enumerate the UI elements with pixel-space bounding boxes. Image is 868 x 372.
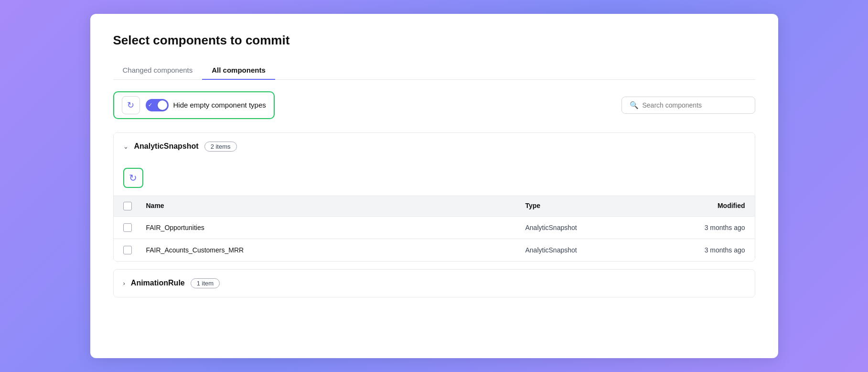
- select-all-checkbox[interactable]: [123, 202, 132, 210]
- toggle-label: Hide empty component types: [173, 101, 266, 109]
- section-animation-rule: › AnimationRule 1 item: [113, 269, 755, 297]
- section-refresh-button[interactable]: ↻: [123, 168, 143, 188]
- col-header-name: Name: [146, 202, 525, 210]
- section-badge-analytic-snapshot: 2 items: [204, 142, 237, 152]
- page-title: Select components to commit: [113, 33, 755, 48]
- search-box: 🔍: [622, 97, 755, 114]
- tab-all[interactable]: All components: [202, 61, 275, 80]
- search-input[interactable]: [643, 101, 747, 109]
- section-title-animation-rule: AnimationRule: [131, 279, 185, 287]
- toolbar: ↻ ✓ Hide empty component types 🔍: [113, 91, 755, 119]
- toggle-check-icon: ✓: [148, 102, 152, 108]
- table-row: FAIR_Opportunities AnalyticSnapshot 3 mo…: [114, 217, 755, 239]
- refresh-icon: ↻: [127, 100, 134, 110]
- chevron-down-icon: ⌄: [123, 143, 129, 150]
- col-header-type: Type: [525, 202, 650, 210]
- section-badge-animation-rule: 1 item: [191, 278, 220, 288]
- search-icon: 🔍: [630, 101, 639, 109]
- row-type-1: AnalyticSnapshot: [525, 246, 650, 254]
- row-modified-0: 3 months ago: [650, 224, 745, 231]
- hide-empty-toggle[interactable]: ✓: [146, 99, 169, 111]
- section-header-animation-rule[interactable]: › AnimationRule 1 item: [114, 270, 755, 297]
- section-refresh-icon: ↻: [129, 172, 137, 184]
- row-type-0: AnalyticSnapshot: [525, 224, 650, 231]
- tab-bar: Changed components All components: [113, 61, 755, 80]
- row-name-0: FAIR_Opportunities: [146, 224, 525, 231]
- row-checkbox-1[interactable]: [123, 246, 132, 254]
- chevron-right-icon: ›: [123, 280, 125, 287]
- toggle-knob: [158, 100, 167, 110]
- tab-changed[interactable]: Changed components: [113, 61, 203, 80]
- refresh-button[interactable]: ↻: [122, 96, 140, 114]
- section-analytic-snapshot: ⌄ AnalyticSnapshot 2 items ↻ Name Type M…: [113, 132, 755, 262]
- col-header-modified: Modified: [650, 202, 745, 210]
- row-modified-1: 3 months ago: [650, 246, 745, 254]
- row-checkbox-0[interactable]: [123, 223, 132, 232]
- row-name-1: FAIR_Acounts_Customers_MRR: [146, 246, 525, 254]
- section-icon-row: ↻: [114, 160, 755, 196]
- table-header: Name Type Modified: [114, 196, 755, 217]
- table-row: FAIR_Acounts_Customers_MRR AnalyticSnaps…: [114, 239, 755, 261]
- section-header-analytic-snapshot[interactable]: ⌄ AnalyticSnapshot 2 items: [114, 133, 755, 160]
- section-title-analytic-snapshot: AnalyticSnapshot: [134, 142, 199, 151]
- toolbar-left-group: ↻ ✓ Hide empty component types: [113, 91, 275, 119]
- main-panel: Select components to commit Changed comp…: [90, 14, 778, 358]
- toggle-container: ✓ Hide empty component types: [146, 99, 266, 111]
